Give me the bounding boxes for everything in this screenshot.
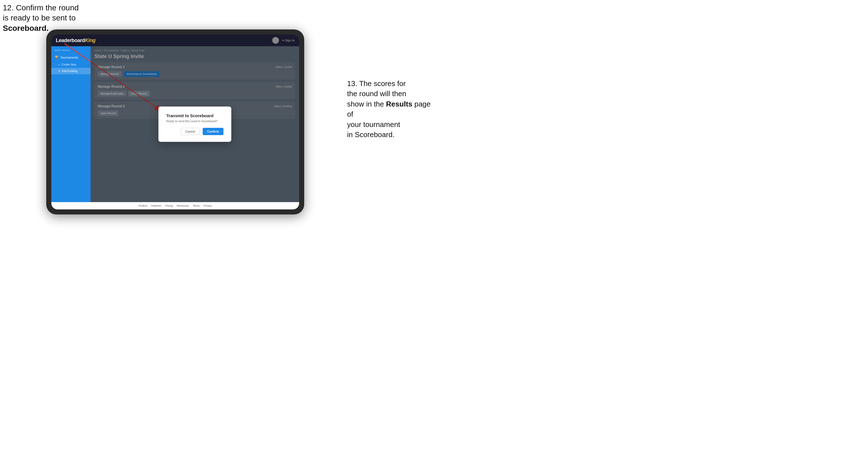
sign-in-link[interactable]: ↪ Sign In: [282, 39, 294, 42]
app-body: MAIN MENU 🏆 Tournaments + Create New ✎ E…: [51, 46, 299, 202]
annotation-step12-bold: Scoreboard.: [3, 24, 49, 33]
annotation-step13-line6: in Scoreboard.: [347, 130, 395, 139]
annotation-step12: 12. Confirm the round is ready to be sen…: [3, 3, 79, 33]
tablet-screen: LeaderboardKing ↪ Sign In MAIN MENU 🏆 To…: [51, 34, 299, 209]
sidebar: MAIN MENU 🏆 Tournaments + Create New ✎ E…: [51, 46, 91, 202]
logo-leader: Le: [56, 37, 61, 43]
footer-pricing[interactable]: Pricing: [165, 204, 173, 207]
annotation-step13-line2: the round will then: [347, 89, 406, 98]
confirm-button[interactable]: Confirm: [203, 128, 223, 135]
cancel-button[interactable]: Cancel: [181, 128, 200, 135]
logo-area: LeaderboardKing: [56, 37, 96, 43]
header-right: ↪ Sign In: [272, 37, 294, 44]
modal-subtitle: Ready to send this round to Scoreboard?: [166, 120, 223, 123]
annotation-step13-line3: show in the: [347, 100, 384, 108]
sidebar-tournaments-label: Tournaments: [60, 56, 78, 59]
annotation-step13-line1: 13. The scores for: [347, 79, 406, 88]
logo-aderboard: aderboard: [61, 37, 85, 43]
footer-terms[interactable]: Terms: [193, 204, 200, 207]
edit-icon: ✎: [58, 69, 60, 72]
annotation-step13-bold: Results: [386, 100, 412, 108]
avatar: [272, 37, 279, 44]
app-layout: LeaderboardKing ↪ Sign In MAIN MENU 🏆 To…: [51, 34, 299, 209]
annotation-step13: 13. The scores for the round will then s…: [347, 79, 431, 139]
annotation-step12-line1: 12. Confirm the round: [3, 3, 79, 12]
app-header: LeaderboardKing ↪ Sign In: [51, 34, 299, 46]
footer-features[interactable]: Features: [151, 204, 161, 207]
annotation-step13-line5: your tournament: [347, 120, 400, 129]
main-menu-label: MAIN MENU: [51, 49, 91, 53]
logo: LeaderboardKing: [56, 37, 96, 43]
plus-icon: +: [58, 63, 60, 66]
sidebar-create-new-label: Create New: [61, 63, 76, 66]
footer-resources[interactable]: Resources: [177, 204, 189, 207]
main-content: Home > Tournaments > State U Spring Invi…: [91, 46, 299, 202]
tablet-frame: LeaderboardKing ↪ Sign In MAIN MENU 🏆 To…: [46, 29, 304, 214]
transmit-modal: Transmit to Scoreboard Ready to send thi…: [158, 106, 231, 142]
trophy-icon: 🏆: [55, 56, 59, 59]
logo-king: King: [85, 37, 96, 43]
app-footer: Product Features Pricing Resources Terms…: [51, 202, 299, 209]
modal-overlay: Transmit to Scoreboard Ready to send thi…: [91, 46, 299, 202]
footer-privacy[interactable]: Privacy: [204, 204, 212, 207]
modal-buttons: Cancel Confirm: [166, 128, 223, 135]
annotation-step12-line2: is ready to be sent to: [3, 13, 76, 22]
sidebar-item-create-new[interactable]: + Create New: [51, 61, 91, 68]
footer-product[interactable]: Product: [138, 204, 147, 207]
modal-title: Transmit to Scoreboard: [166, 113, 223, 118]
sidebar-edit-existing-label: Edit Existing: [62, 69, 78, 72]
sidebar-item-edit-existing[interactable]: ✎ Edit Existing: [51, 68, 91, 74]
sidebar-item-tournaments[interactable]: 🏆 Tournaments: [51, 53, 91, 61]
